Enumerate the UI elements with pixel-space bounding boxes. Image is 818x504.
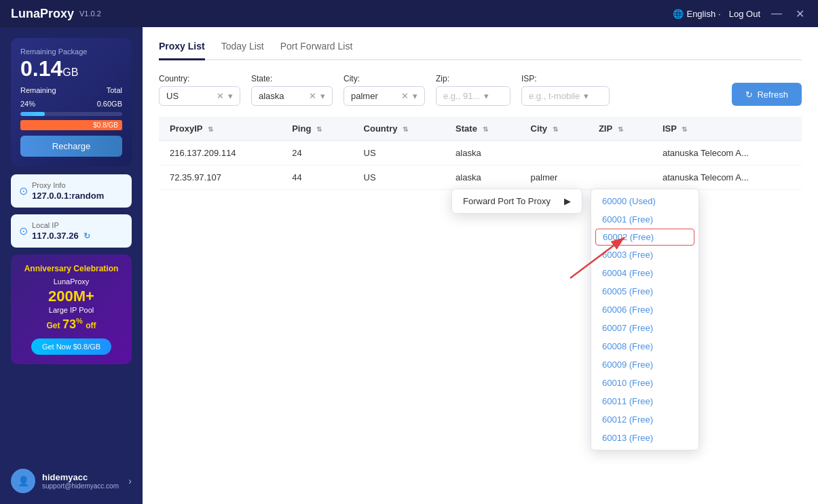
tabs: Proxy List Today List Port Forward List bbox=[159, 41, 802, 60]
zip-item-60010[interactable]: 60010 (Free) bbox=[591, 374, 699, 392]
city-clear-icon[interactable]: ✕ bbox=[401, 91, 409, 101]
country-select[interactable]: US ✕ ▾ bbox=[159, 86, 240, 106]
cell-proxy-ip-1: 216.137.209.114 bbox=[159, 141, 281, 166]
off-label: off bbox=[86, 321, 96, 330]
sort-country-icon[interactable]: ⇅ bbox=[403, 125, 408, 133]
col-proxy-ip: ProxyIP ⇅ bbox=[159, 117, 281, 141]
isp-input[interactable]: e.g., t-mobile ▾ bbox=[521, 86, 610, 106]
city-value: palmer bbox=[351, 91, 378, 101]
col-zip: ZIP ⇅ bbox=[588, 117, 652, 141]
cell-isp-2: atanuska Telecom A... bbox=[652, 166, 802, 190]
zip-item-60001[interactable]: 60001 (Free) bbox=[591, 210, 699, 229]
get-now-button[interactable]: Get Now $0.8/GB bbox=[31, 338, 111, 355]
state-select[interactable]: alaska ✕ ▾ bbox=[251, 86, 333, 106]
language-icon: 🌐 bbox=[673, 9, 684, 19]
local-ip-icon: ⊙ bbox=[19, 225, 28, 237]
zip-item-60007[interactable]: 60007 (Free) bbox=[591, 319, 699, 337]
remaining-package-label: Remaining Package bbox=[20, 47, 122, 56]
zip-label: Zip: bbox=[436, 74, 510, 83]
sort-isp-icon[interactable]: ⇅ bbox=[682, 125, 687, 133]
progress-bar-fill bbox=[20, 112, 45, 116]
table-header-row: ProxyIP ⇅ Ping ⇅ Country ⇅ State bbox=[159, 117, 802, 141]
anniversary-title: Anniversary Celebration bbox=[20, 264, 122, 273]
minimize-button[interactable]: — bbox=[768, 7, 785, 20]
zip-item-60003[interactable]: 60003 (Free) bbox=[591, 246, 699, 264]
isp-placeholder: e.g., t-mobile bbox=[529, 91, 580, 101]
zip-item-60002-selected[interactable]: 60002 (Free) bbox=[595, 229, 694, 246]
sort-ping-icon[interactable]: ⇅ bbox=[316, 125, 322, 133]
user-info: hidemyacc support@hidemyacc.com bbox=[42, 472, 122, 490]
zip-item-60000[interactable]: 60000 (Used) bbox=[591, 192, 699, 210]
tab-today-list[interactable]: Today List bbox=[221, 41, 264, 60]
cell-zip-2 bbox=[588, 166, 652, 190]
sort-zip-icon[interactable]: ⇅ bbox=[618, 125, 623, 133]
sort-proxy-ip-icon[interactable]: ⇅ bbox=[208, 125, 213, 133]
anniversary-logo: LunaProxy bbox=[20, 277, 122, 286]
close-button[interactable]: ✕ bbox=[793, 7, 807, 20]
anniversary-sub: Large IP Pool bbox=[20, 306, 122, 314]
remaining-package-card: Remaining Package 0.14GB Remaining Total… bbox=[11, 38, 132, 166]
proxy-info-content: Proxy Info 127.0.0.1:random bbox=[32, 181, 104, 201]
col-state: State ⇅ bbox=[445, 117, 519, 141]
local-ip-label: Local IP bbox=[32, 221, 90, 229]
isp-label: ISP: bbox=[521, 74, 610, 83]
sort-city-icon[interactable]: ⇅ bbox=[553, 125, 558, 133]
zip-item-60009[interactable]: 60009 (Free) bbox=[591, 355, 699, 374]
remaining-row: Remaining Total bbox=[20, 86, 122, 94]
zip-input[interactable]: e.g., 91... ▾ bbox=[436, 86, 510, 106]
proxy-info-value: 127.0.0.1:random bbox=[32, 191, 104, 201]
local-ip-card: ⊙ Local IP 117.0.37.26 ↻ bbox=[11, 214, 132, 248]
col-city: City ⇅ bbox=[520, 117, 588, 141]
country-arrow-icon: ▾ bbox=[228, 91, 233, 101]
user-row[interactable]: 👤 hidemyacc support@hidemyacc.com › bbox=[11, 462, 132, 493]
zip-item-60005[interactable]: 60005 (Free) bbox=[591, 282, 699, 301]
recharge-button[interactable]: Recharge bbox=[20, 136, 122, 157]
header-right: 🌐 English · Log Out — ✕ bbox=[673, 0, 807, 27]
local-ip-refresh-icon[interactable]: ↻ bbox=[83, 231, 90, 241]
context-menu-item-forward-port[interactable]: Forward Port To Proxy ▶ bbox=[452, 189, 582, 213]
zip-item-60008[interactable]: 60008 (Free) bbox=[591, 337, 699, 355]
main-layout: Remaining Package 0.14GB Remaining Total… bbox=[0, 27, 818, 504]
total-label: Total bbox=[107, 86, 122, 94]
isp-arrow-icon: ▾ bbox=[584, 91, 589, 101]
cell-country-1: US bbox=[353, 141, 445, 166]
state-clear-icon[interactable]: ✕ bbox=[309, 91, 316, 101]
col-country: Country ⇅ bbox=[353, 117, 445, 141]
city-arrow-icon: ▾ bbox=[413, 91, 417, 101]
table-row[interactable]: 216.137.209.114 24 US alaska atanuska Te… bbox=[159, 141, 802, 166]
anniversary-offer: Get 73% off bbox=[20, 317, 122, 332]
app-logo-name: LunaProxy bbox=[11, 7, 74, 21]
zip-placeholder: e.g., 91... bbox=[443, 91, 480, 101]
city-select[interactable]: palmer ✕ ▾ bbox=[343, 86, 425, 106]
tab-port-forward-list[interactable]: Port Forward List bbox=[280, 41, 353, 60]
user-arrow-icon: › bbox=[128, 476, 132, 486]
zip-item-60006[interactable]: 60006 (Free) bbox=[591, 301, 699, 319]
local-ip-row: ⊙ Local IP 117.0.37.26 ↻ bbox=[19, 221, 124, 241]
proxy-info-icon: ⊙ bbox=[19, 185, 28, 197]
col-ping: Ping ⇅ bbox=[281, 117, 352, 141]
zip-item-60004[interactable]: 60004 (Free) bbox=[591, 264, 699, 282]
country-clear-icon[interactable]: ✕ bbox=[217, 91, 224, 101]
zip-arrow-icon: ▾ bbox=[484, 91, 489, 101]
remaining-label-2: Remaining bbox=[20, 86, 56, 94]
refresh-icon: ↻ bbox=[745, 90, 753, 100]
zip-item-60012[interactable]: 60012 (Free) bbox=[591, 410, 699, 429]
cell-country-2: US bbox=[353, 166, 445, 190]
table-row[interactable]: 72.35.97.107 44 US alaska palmer atanusk… bbox=[159, 166, 802, 190]
state-filter: State: alaska ✕ ▾ bbox=[251, 74, 333, 106]
logo-area: LunaProxy V1.0.2 bbox=[11, 7, 101, 21]
isp-filter: ISP: e.g., t-mobile ▾ bbox=[521, 74, 610, 106]
language-selector[interactable]: 🌐 English · bbox=[673, 9, 720, 19]
cell-state-2: alaska bbox=[445, 166, 519, 190]
state-label: State: bbox=[251, 74, 333, 83]
zip-item-60013[interactable]: 60013 (Free) bbox=[591, 429, 699, 447]
city-label: City: bbox=[343, 74, 425, 83]
cell-city-1 bbox=[520, 141, 588, 166]
tab-proxy-list[interactable]: Proxy List bbox=[159, 41, 205, 60]
cell-ping-1: 24 bbox=[281, 141, 352, 166]
zip-item-60011[interactable]: 60011 (Free) bbox=[591, 392, 699, 410]
refresh-button[interactable]: ↻ Refresh bbox=[732, 83, 802, 106]
total-value: 0.60GB bbox=[97, 100, 122, 108]
logout-button[interactable]: Log Out bbox=[729, 9, 760, 19]
sort-state-icon[interactable]: ⇅ bbox=[483, 125, 488, 133]
